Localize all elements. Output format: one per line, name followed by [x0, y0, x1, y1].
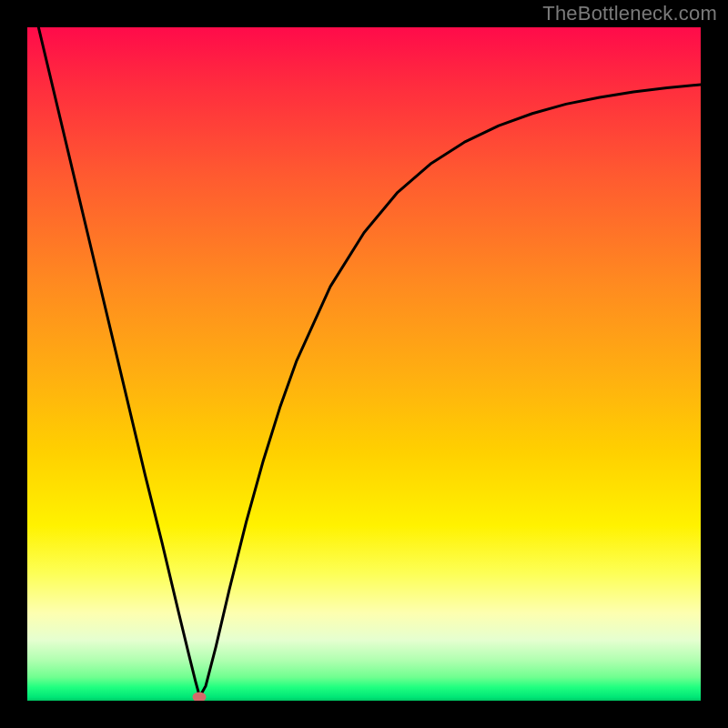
bottleneck-curve-path [27, 27, 701, 697]
watermark-text: TheBottleneck.com [542, 2, 717, 25]
chart-frame: TheBottleneck.com [0, 0, 728, 728]
plot-area [27, 27, 701, 701]
curve-svg [27, 27, 701, 701]
minimum-marker [193, 692, 207, 701]
